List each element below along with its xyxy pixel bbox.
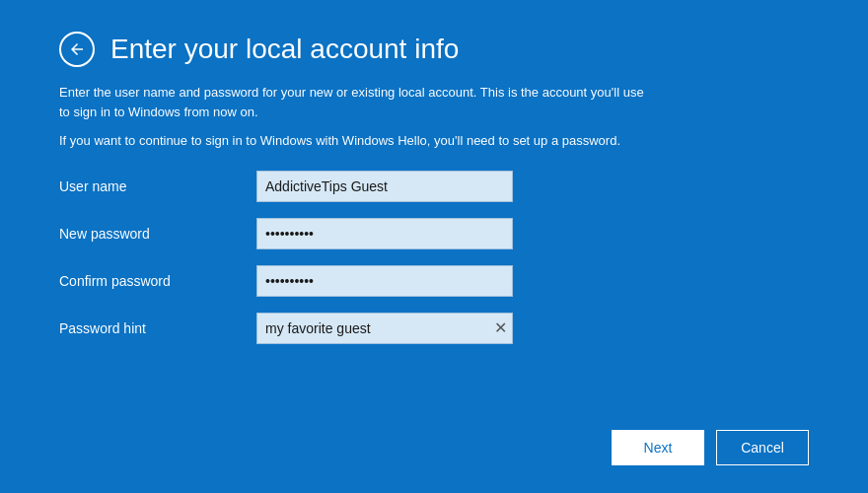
username-label: User name <box>59 178 256 194</box>
back-button[interactable] <box>59 32 95 67</box>
password-hint-row: Password hint ✕ <box>59 313 809 344</box>
confirm-password-label: Confirm password <box>59 273 256 289</box>
username-input[interactable] <box>256 171 513 202</box>
password-hint-input[interactable] <box>256 313 513 344</box>
description-primary: Enter the user name and password for you… <box>59 83 651 121</box>
hint-input-wrapper: ✕ <box>256 313 513 344</box>
confirm-password-input[interactable] <box>256 265 513 297</box>
next-button[interactable]: Next <box>612 430 704 465</box>
password-hint-label: Password hint <box>59 320 256 336</box>
username-row: User name <box>59 171 809 202</box>
clear-hint-button[interactable]: ✕ <box>494 320 507 336</box>
description-secondary: If you want to continue to sign in to Wi… <box>59 131 620 151</box>
new-password-label: New password <box>59 226 256 242</box>
header-section: Enter your local account info <box>59 32 459 67</box>
confirm-password-row: Confirm password <box>59 265 809 297</box>
new-password-row: New password <box>59 218 809 249</box>
footer-buttons: Next Cancel <box>612 430 809 465</box>
new-password-input[interactable] <box>256 218 513 249</box>
account-form: User name New password Confirm password … <box>59 171 809 360</box>
cancel-button[interactable]: Cancel <box>716 430 809 465</box>
back-icon <box>68 40 86 58</box>
page-title: Enter your local account info <box>110 35 459 65</box>
